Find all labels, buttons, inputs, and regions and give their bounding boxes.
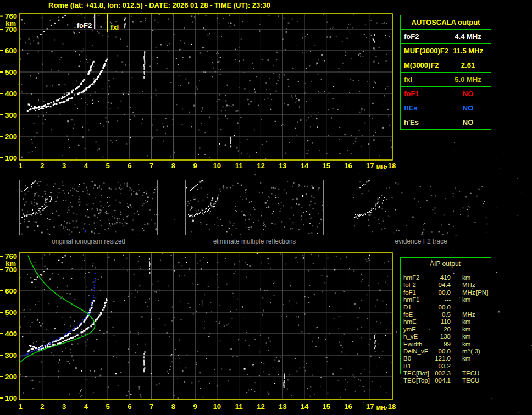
- thumbnail-caption-eliminate: eliminate multiple reflections: [185, 237, 324, 245]
- aip-value: 138: [432, 333, 451, 340]
- aip-note: [474, 370, 498, 377]
- svg-text:12: 12: [257, 162, 264, 170]
- parameter-label: h'Es: [401, 115, 445, 129]
- aip-row-tectop: TEC[Top]004.1TECU: [403, 377, 498, 384]
- aip-label: foF2: [403, 281, 432, 289]
- aip-row-hve: h_vE138km: [403, 333, 498, 340]
- thumbnail-evidence-f2: [352, 180, 490, 235]
- aip-unit: MHz: [451, 289, 474, 296]
- svg-text:13: 13: [279, 162, 286, 170]
- aip-value: 419: [432, 274, 451, 281]
- aip-label: B0: [403, 355, 432, 362]
- svg-text:15: 15: [322, 402, 330, 411]
- svg-text:7: 7: [149, 402, 153, 411]
- svg-text:8: 8: [171, 402, 175, 411]
- page-title: Rome (lat: +41.8, lon: 012.5) - DATE: 20…: [48, 1, 270, 9]
- aip-unit: [451, 363, 474, 370]
- svg-text:10: 10: [213, 162, 221, 170]
- svg-text:18: 18: [388, 162, 396, 170]
- svg-text:14: 14: [301, 162, 309, 170]
- svg-text:17: 17: [366, 162, 374, 170]
- aip-label: foF1: [403, 289, 432, 296]
- aip-label: hmE: [403, 318, 432, 325]
- thumbnail-caption-original: original ionogram resized: [19, 237, 158, 245]
- aip-note: [474, 341, 498, 348]
- svg-text:3: 3: [62, 162, 66, 170]
- svg-text:6: 6: [128, 162, 131, 170]
- aip-value: 0.5: [432, 311, 451, 318]
- aip-unit: km: [451, 296, 474, 303]
- svg-text:400: 400: [5, 330, 17, 338]
- autoscala-row-muf3000f2: MUF(3000)F211.5 MHz: [401, 44, 491, 58]
- thumbnail-original-canvas: [20, 180, 157, 235]
- aip-row-fof2: foF204.4MHz: [403, 281, 498, 289]
- parameter-value: 11.5 MHz: [445, 44, 491, 58]
- autoscala-row-m3000f2: M(3000)F22.61: [401, 58, 491, 73]
- aip-row-hmf2: hmF2419km: [403, 274, 498, 281]
- aip-unit: km: [451, 341, 474, 348]
- aip-unit: m^(-3): [451, 348, 474, 355]
- aip-row-b1: B103.2: [403, 363, 498, 370]
- aip-label: h_vE: [403, 333, 432, 340]
- aip-row-b0: B0121.0km: [403, 355, 498, 362]
- parameter-label: fxI: [401, 73, 445, 86]
- thumbnail-eliminate-canvas: [186, 180, 323, 235]
- aip-row-delnve: DelN_vE00.0m^(-3): [403, 348, 498, 355]
- aip-note: [474, 311, 498, 318]
- svg-text:5: 5: [106, 402, 109, 411]
- aip-row-ewidth: Ewidth99km: [403, 341, 498, 348]
- parameter-label: foF2: [401, 30, 445, 43]
- autoscala-row-ftes: ftEsNO: [401, 101, 491, 115]
- aip-note: [474, 304, 498, 311]
- aip-unit: TECU: [451, 377, 474, 384]
- parameter-label: foF1: [401, 87, 445, 101]
- svg-text:100: 100: [5, 154, 17, 162]
- aip-unit: km: [451, 326, 474, 333]
- svg-text:7: 7: [149, 162, 153, 170]
- aip-value: 00.0: [432, 304, 451, 311]
- aip-value: 004.1: [432, 377, 451, 384]
- svg-text:9: 9: [193, 162, 197, 170]
- aip-unit: TECU: [451, 370, 474, 377]
- svg-text:14: 14: [301, 402, 309, 411]
- aip-label: DelN_vE: [403, 348, 432, 355]
- parameter-value: NO: [445, 115, 491, 129]
- top-ionogram-plot: 100200300400500600700760km12345678910111…: [0, 11, 400, 176]
- aip-label: Ewidth: [403, 341, 432, 348]
- aip-label: foE: [403, 311, 432, 318]
- svg-text:600: 600: [5, 287, 17, 295]
- aip-value: 00.0: [432, 289, 451, 296]
- autoscala-table: AUTOSCALA output foF24.4 MHzMUF(3000)F21…: [400, 15, 491, 130]
- aip-value: 20: [432, 326, 451, 333]
- svg-text:6: 6: [128, 402, 131, 411]
- svg-text:fxI: fxI: [110, 23, 119, 31]
- parameter-value: NO: [445, 87, 491, 101]
- parameter-value: 2.61: [445, 58, 491, 72]
- svg-text:300: 300: [5, 111, 17, 119]
- svg-text:MHz: MHz: [376, 164, 388, 170]
- svg-text:9: 9: [193, 402, 197, 411]
- aip-note: [474, 326, 498, 333]
- svg-text:500: 500: [5, 308, 17, 317]
- aip-label: TEC[Bot]: [403, 370, 432, 377]
- autoscala-row-fof2: foF24.4 MHz: [401, 30, 491, 44]
- aip-value: 002.3: [432, 370, 451, 377]
- aip-table: AIP output hmF2419kmfoF204.4MHzfoF100.0M…: [400, 257, 499, 395]
- autoscala-table-rows: foF24.4 MHzMUF(3000)F211.5 MHzM(3000)F22…: [401, 30, 491, 129]
- aip-value: 99: [432, 341, 451, 348]
- parameter-value: 5.0 MHz: [445, 73, 491, 86]
- autoscala-row-fxi: fxI5.0 MHz: [401, 73, 491, 87]
- aip-note: [474, 274, 498, 281]
- parameter-label: ftEs: [401, 101, 445, 115]
- aip-note: [474, 281, 498, 289]
- autoscala-row-fof1: foF1NO: [401, 87, 491, 101]
- aip-label: D1: [403, 304, 432, 311]
- aip-label: ymE: [403, 326, 432, 333]
- aip-unit: km: [451, 318, 474, 325]
- bottom-profile-plot: 100200300400500600700760km12345678910111…: [0, 250, 400, 415]
- aip-unit: km: [451, 333, 474, 340]
- aip-row-hmf1: hmF1---km: [403, 296, 498, 303]
- svg-text:km: km: [5, 19, 16, 27]
- svg-text:11: 11: [235, 162, 243, 170]
- aip-row-yme: ymE20km: [403, 326, 498, 333]
